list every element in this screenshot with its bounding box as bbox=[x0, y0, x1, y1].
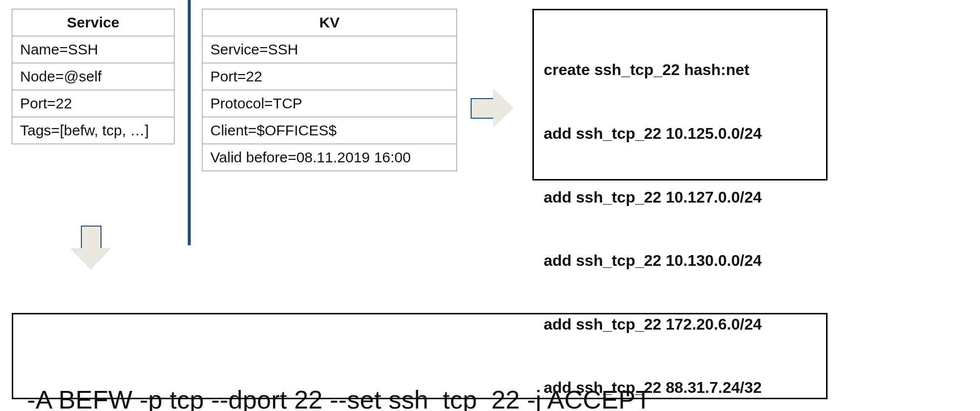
service-row: Name=SSH bbox=[12, 36, 175, 63]
vertical-divider bbox=[188, 0, 191, 245]
service-row: Tags=[befw, tcp, …] bbox=[12, 117, 175, 144]
kv-table: KV Service=SSH Port=22 Protocol=TCP Clie… bbox=[202, 9, 457, 171]
ipset-line: add ssh_tcp_22 10.127.0.0/24 bbox=[544, 187, 816, 208]
kv-row: Client=$OFFICES$ bbox=[202, 117, 457, 144]
iptables-rules-box: -A BEFW -p tcp --dport 22 --set ssh_tcp_… bbox=[12, 313, 828, 399]
kv-row: Service=SSH bbox=[202, 36, 457, 63]
ipset-output-box: create ssh_tcp_22 hash:net add ssh_tcp_2… bbox=[532, 9, 828, 180]
service-table: Service Name=SSH Node=@self Port=22 Tags… bbox=[12, 9, 175, 144]
iptables-line: -A BEFW -p tcp --dport 22 --set ssh_tcp_… bbox=[27, 385, 812, 411]
service-row: Port=22 bbox=[12, 90, 175, 117]
ipset-line: add ssh_tcp_22 10.130.0.0/24 bbox=[544, 250, 816, 271]
kv-row: Protocol=TCP bbox=[202, 90, 457, 117]
kv-row: Port=22 bbox=[202, 63, 457, 90]
service-row: Node=@self bbox=[12, 63, 175, 90]
kv-row: Valid before=08.11.2019 16:00 bbox=[202, 144, 457, 171]
kv-table-header: KV bbox=[202, 9, 457, 36]
ipset-line: add ssh_tcp_22 10.125.0.0/24 bbox=[544, 123, 816, 144]
service-table-header: Service bbox=[12, 9, 175, 36]
ipset-line: create ssh_tcp_22 hash:net bbox=[544, 59, 816, 80]
